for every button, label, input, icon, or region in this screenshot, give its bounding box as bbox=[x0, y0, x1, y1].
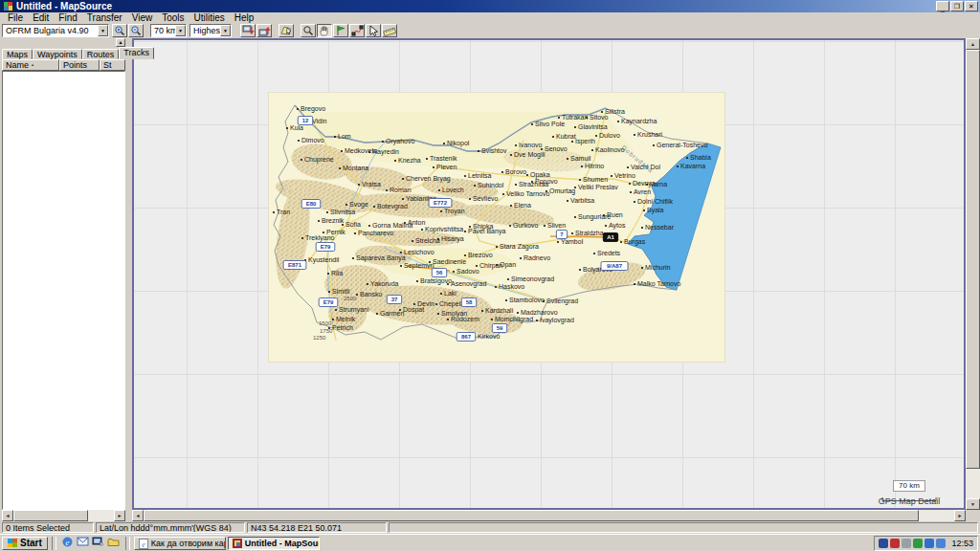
map-vertical-scrollbar[interactable]: ▲ ▼ bbox=[966, 38, 980, 510]
city-label: Dimovo bbox=[301, 137, 324, 143]
map-canvas[interactable]: DobrudzhaBregovoVidinKulaDimovoLomOryaho… bbox=[269, 93, 724, 362]
menu-transfer[interactable]: Transfer bbox=[82, 12, 127, 23]
mail-quicklaunch-button[interactable] bbox=[77, 537, 90, 550]
menu-view[interactable]: View bbox=[127, 12, 158, 23]
tab-scroll-up-icon[interactable]: ▲ bbox=[116, 38, 125, 47]
ie-quicklaunch-button[interactable]: e bbox=[61, 537, 75, 550]
folder-quicklaunch-button[interactable] bbox=[107, 537, 121, 550]
zoom-scale-selector[interactable]: 70 km ▼ bbox=[150, 24, 187, 37]
city-dot bbox=[402, 178, 404, 180]
city-dot bbox=[394, 160, 396, 162]
tray-display-icon[interactable] bbox=[879, 539, 888, 548]
city-label: Dulovo bbox=[599, 132, 620, 139]
column-label: Points bbox=[63, 60, 87, 70]
scroll-right-icon[interactable]: ► bbox=[114, 510, 125, 521]
menu-file[interactable]: File bbox=[3, 12, 28, 23]
show-desktop-quicklaunch-button[interactable] bbox=[92, 537, 105, 550]
scrollbar-track[interactable] bbox=[966, 469, 980, 498]
menu-utilities[interactable]: Utilities bbox=[189, 12, 230, 23]
menu-tools[interactable]: Tools bbox=[157, 12, 189, 23]
tab-tracks[interactable]: Tracks bbox=[119, 47, 154, 59]
city-label: Cherven Bryag bbox=[406, 175, 451, 183]
bulgaria-map[interactable]: DobrudzhaBregovoVidinKulaDimovoLomOryaho… bbox=[269, 93, 724, 362]
title-bar[interactable]: Untitled - MapSource _❐✕ bbox=[0, 0, 980, 12]
scroll-up-icon[interactable]: ▲ bbox=[966, 38, 980, 50]
column-header-name[interactable]: Name▲ bbox=[2, 59, 59, 71]
minimize-button[interactable]: _ bbox=[936, 1, 949, 11]
city-dot bbox=[416, 280, 418, 282]
city-dot bbox=[478, 150, 479, 152]
menu-find[interactable]: Find bbox=[54, 12, 81, 23]
city-dot bbox=[571, 232, 573, 234]
city-label: Simeonovgrad bbox=[511, 276, 554, 283]
map-viewport[interactable]: DobrudzhaBregovoVidinKulaDimovoLomOryaho… bbox=[132, 38, 966, 510]
tray-globe-icon[interactable] bbox=[936, 539, 946, 548]
distance-ruler-button[interactable] bbox=[382, 24, 397, 37]
taskbar-task-2[interactable]: Untitled - MapSource bbox=[228, 537, 320, 550]
city-dot bbox=[515, 184, 517, 186]
city-label: General-Toshevo bbox=[657, 142, 707, 148]
scrollbar-track[interactable] bbox=[919, 510, 954, 521]
restore-button[interactable]: ❐ bbox=[950, 1, 964, 11]
tab-routes[interactable]: Routes bbox=[82, 49, 120, 59]
taskbar-task-1[interactable]: eКак да отворим карта ... bbox=[134, 537, 226, 550]
scrollbar-thumb[interactable] bbox=[13, 510, 88, 521]
city-label: Opan bbox=[500, 261, 516, 269]
menu-edit[interactable]: Edit bbox=[28, 12, 54, 23]
map-horizontal-scrollbar[interactable]: ◄ ► bbox=[132, 510, 966, 521]
city-label: Kyustendil bbox=[308, 256, 340, 264]
start-button[interactable]: Start bbox=[2, 537, 48, 550]
city-dot bbox=[593, 253, 595, 254]
close-button[interactable]: ✕ bbox=[965, 1, 978, 11]
city-dot bbox=[421, 229, 423, 231]
tray-red-icon[interactable] bbox=[890, 539, 900, 548]
tab-waypoints[interactable]: Waypoints bbox=[33, 49, 82, 59]
city-dot bbox=[318, 220, 320, 222]
city-label: Septemvri bbox=[404, 262, 434, 270]
tray-blue-icon[interactable] bbox=[924, 539, 934, 548]
column-header-points[interactable]: Points bbox=[59, 59, 100, 71]
chevron-down-icon[interactable]: ▼ bbox=[175, 25, 186, 36]
map-select-tool-button[interactable] bbox=[278, 24, 294, 37]
scrollbar-thumb[interactable] bbox=[966, 50, 980, 469]
close-icon: ✕ bbox=[969, 3, 974, 10]
city-label: Svishtov bbox=[481, 147, 507, 154]
city-label: Sevlievo bbox=[473, 195, 499, 202]
column-header-st[interactable]: St bbox=[100, 59, 125, 71]
city-dot bbox=[345, 204, 347, 206]
route-tool-button[interactable] bbox=[349, 24, 365, 37]
city-label: Valchi Dol bbox=[631, 164, 660, 170]
chevron-down-icon[interactable]: ▼ bbox=[220, 25, 231, 36]
send-to-device-button[interactable] bbox=[240, 24, 256, 37]
zoom-in-button[interactable] bbox=[112, 24, 127, 37]
zoom-out-button[interactable] bbox=[128, 24, 144, 37]
scroll-down-icon[interactable]: ▼ bbox=[966, 498, 980, 510]
city-label: Kubrat bbox=[556, 133, 576, 140]
scrollbar-track[interactable] bbox=[88, 510, 114, 521]
ie-page-icon: e bbox=[139, 539, 148, 548]
city-label: Sitovo bbox=[590, 114, 609, 121]
scrollbar-thumb[interactable] bbox=[144, 510, 919, 521]
tab-maps[interactable]: Maps bbox=[2, 49, 33, 59]
zoom-tool-button[interactable] bbox=[301, 24, 316, 37]
city-dot bbox=[586, 117, 588, 119]
menu-help[interactable]: Help bbox=[230, 12, 259, 23]
tracks-list[interactable] bbox=[2, 71, 125, 510]
city-label: Ivanovo bbox=[519, 142, 543, 148]
scroll-left-icon[interactable]: ◄ bbox=[2, 510, 13, 521]
scroll-right-icon[interactable]: ► bbox=[954, 510, 966, 521]
scroll-left-icon[interactable]: ◄ bbox=[132, 510, 144, 521]
road-shield-label: E772 bbox=[434, 200, 448, 206]
receive-from-device-button[interactable] bbox=[256, 24, 272, 37]
detail-level-selector[interactable]: Highest ▼ bbox=[189, 24, 232, 37]
product-selector[interactable]: OFRM Bulgaria v4.90 ▼ bbox=[2, 24, 109, 37]
road-shield-label: 59 bbox=[497, 325, 503, 331]
panel-horizontal-scrollbar[interactable]: ◄ ► bbox=[2, 510, 125, 521]
selection-arrow-button[interactable] bbox=[366, 24, 381, 37]
city-label: Strelcha bbox=[415, 237, 440, 244]
tray-green-icon[interactable] bbox=[913, 539, 923, 548]
hand-tool-button[interactable] bbox=[317, 24, 332, 37]
waypoint-flag-button[interactable] bbox=[333, 24, 348, 37]
tray-gray-icon[interactable] bbox=[902, 539, 911, 548]
chevron-down-icon[interactable]: ▼ bbox=[98, 25, 108, 36]
